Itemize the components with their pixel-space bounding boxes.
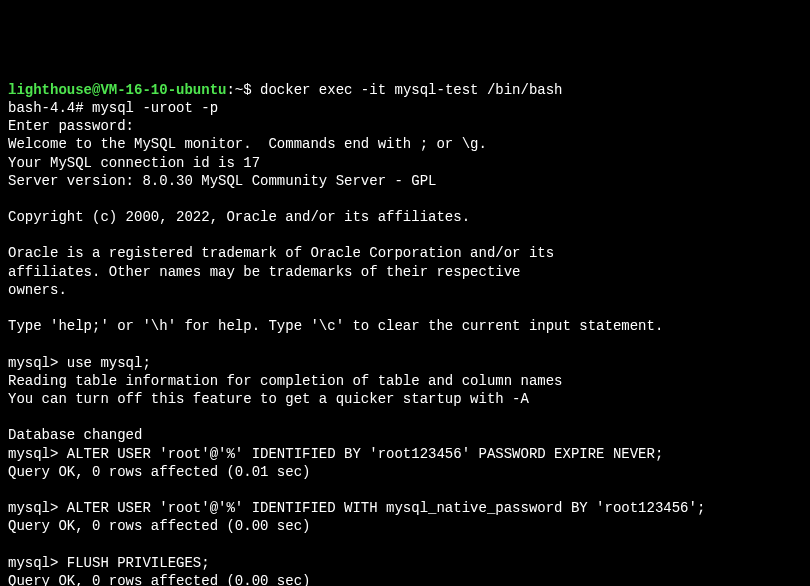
prompt-path: ~ bbox=[235, 82, 243, 98]
alter-user-1-command: mysql> ALTER USER 'root'@'%' IDENTIFIED … bbox=[8, 445, 802, 463]
blank-line bbox=[8, 535, 802, 553]
copyright-line: Copyright (c) 2000, 2022, Oracle and/or … bbox=[8, 208, 802, 226]
alter-user-2-command: mysql> ALTER USER 'root'@'%' IDENTIFIED … bbox=[8, 499, 802, 517]
mysql-use-command: mysql> use mysql; bbox=[8, 354, 802, 372]
docker-command: docker exec -it mysql-test /bin/bash bbox=[252, 82, 563, 98]
terminal-output[interactable]: lighthouse@VM-16-10-ubuntu:~$ docker exe… bbox=[8, 81, 802, 586]
blank-line bbox=[8, 335, 802, 353]
blank-line bbox=[8, 299, 802, 317]
trademark-line-2: affiliates. Other names may be trademark… bbox=[8, 263, 802, 281]
blank-line bbox=[8, 226, 802, 244]
bash-prompt-line: bash-4.4# mysql -uroot -p bbox=[8, 99, 802, 117]
help-line: Type 'help;' or '\h' for help. Type '\c'… bbox=[8, 317, 802, 335]
connection-id-line: Your MySQL connection id is 17 bbox=[8, 154, 802, 172]
turn-off-line: You can turn off this feature to get a q… bbox=[8, 390, 802, 408]
prompt-user-host: lighthouse@VM-16-10-ubuntu bbox=[8, 82, 226, 98]
blank-line bbox=[8, 190, 802, 208]
query-ok-1-line: Query OK, 0 rows affected (0.01 sec) bbox=[8, 463, 802, 481]
blank-line bbox=[8, 408, 802, 426]
reading-table-line: Reading table information for completion… bbox=[8, 372, 802, 390]
flush-privileges-command: mysql> FLUSH PRIVILEGES; bbox=[8, 554, 802, 572]
database-changed-line: Database changed bbox=[8, 426, 802, 444]
server-version-line: Server version: 8.0.30 MySQL Community S… bbox=[8, 172, 802, 190]
shell-prompt-line: lighthouse@VM-16-10-ubuntu:~$ docker exe… bbox=[8, 81, 802, 99]
trademark-line-1: Oracle is a registered trademark of Orac… bbox=[8, 244, 802, 262]
enter-password-line: Enter password: bbox=[8, 117, 802, 135]
query-ok-2-line: Query OK, 0 rows affected (0.00 sec) bbox=[8, 517, 802, 535]
prompt-separator: : bbox=[226, 82, 234, 98]
trademark-line-3: owners. bbox=[8, 281, 802, 299]
welcome-line: Welcome to the MySQL monitor. Commands e… bbox=[8, 135, 802, 153]
blank-line bbox=[8, 481, 802, 499]
query-ok-3-line: Query OK, 0 rows affected (0.00 sec) bbox=[8, 572, 802, 586]
prompt-dollar: $ bbox=[243, 82, 251, 98]
